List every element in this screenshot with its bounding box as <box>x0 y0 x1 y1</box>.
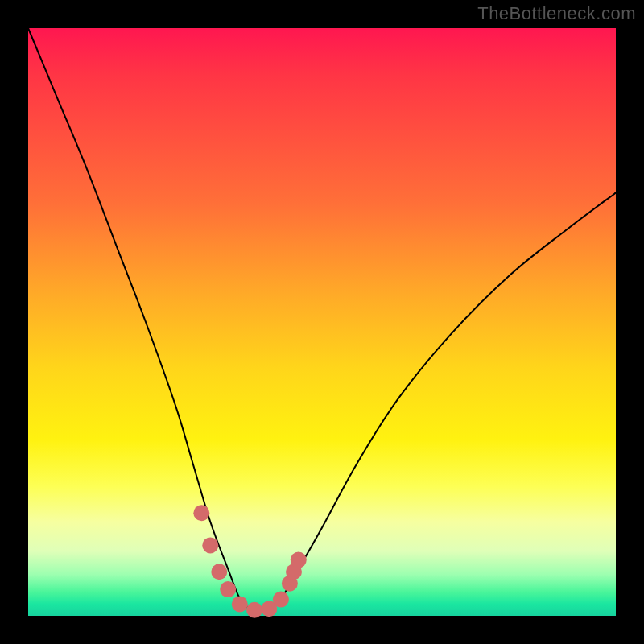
plot-area <box>28 28 616 616</box>
watermark-text: TheBottleneck.com <box>477 3 636 24</box>
trough-marker-dot <box>246 602 262 618</box>
trough-marker-dot <box>220 581 236 597</box>
trough-marker-dot <box>193 505 209 521</box>
chart-stage: TheBottleneck.com <box>0 0 644 644</box>
trough-marker-dot <box>232 596 248 612</box>
trough-marker-dot <box>273 592 289 608</box>
trough-marker-dot <box>291 552 307 568</box>
curve-svg <box>28 28 616 616</box>
bottleneck-curve-path <box>28 28 616 612</box>
trough-marker-dot <box>211 564 227 580</box>
trough-marker-dot <box>202 537 218 553</box>
